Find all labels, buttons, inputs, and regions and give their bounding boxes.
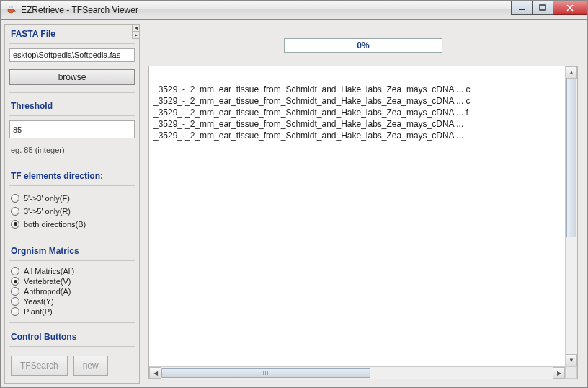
sidebar: ◂ ▸ FASTA File esktop\Softpedia\Softpedi… (4, 24, 140, 384)
radio-icon (11, 297, 19, 306)
divider (9, 260, 135, 261)
organism-option-vertebrate[interactable]: Vertebrate(V) (11, 276, 133, 286)
result-line: _3529_-_2_mm_ear_tissue_from_Schmidt_and… (153, 107, 561, 118)
divider (9, 322, 135, 323)
divider (9, 346, 135, 347)
scroll-right-icon[interactable]: ▶ (553, 367, 565, 379)
result-line: _3529_-_2_mm_ear_tissue_from_Schmidt_and… (153, 130, 561, 141)
scroll-track[interactable] (161, 367, 553, 379)
scroll-track[interactable] (566, 79, 577, 354)
scroll-corner (565, 366, 577, 379)
divider (9, 162, 135, 162)
main-panel: 0% _3529_-_2_mm_ear_tissue_from_Schmidt_… (144, 24, 584, 384)
window-body: ◂ ▸ FASTA File esktop\Softpedia\Softpedi… (0, 20, 588, 388)
direction-section-title: TF elements direction: (5, 167, 139, 184)
horizontal-scrollbar[interactable]: ◀ ▶ (149, 366, 565, 379)
scroll-down-icon[interactable]: ▼ (566, 354, 577, 366)
radio-label: Yeast(Y) (24, 297, 54, 306)
organism-option-plant[interactable]: Plant(P) (11, 307, 133, 317)
fasta-path-input[interactable]: esktop\Softpedia\Softpedia.fas (9, 48, 135, 62)
organism-section-title: Orgnism Matrics (5, 242, 139, 259)
divider (9, 92, 135, 93)
result-line: _3529_-_2_mm_ear_tissue_from_Schmidt_and… (153, 84, 561, 95)
results-text[interactable]: _3529_-_2_mm_ear_tissue_from_Schmidt_and… (149, 66, 565, 366)
scroll-thumb[interactable] (566, 79, 576, 237)
divider (9, 43, 135, 44)
radio-icon (11, 207, 19, 216)
close-button[interactable] (553, 1, 587, 15)
direction-option-b[interactable]: both directions(B) (11, 218, 133, 231)
threshold-hint: eg. 85 (integer) (5, 141, 139, 160)
svg-rect-1 (540, 5, 545, 10)
svg-rect-0 (519, 9, 525, 10)
organism-group: All Matrics(All) Vertebrate(V) Anthropod… (5, 265, 139, 321)
radio-label: 5'->3' only(F) (24, 194, 70, 203)
maximize-button[interactable] (532, 1, 553, 15)
minimize-button[interactable] (511, 1, 533, 15)
radio-label: Vertebrate(V) (24, 277, 71, 286)
divider (9, 237, 135, 237)
title-bar: EZRetrieve - TFSearch Viewer (0, 0, 588, 20)
window-buttons (512, 1, 587, 15)
new-button[interactable]: new (74, 356, 108, 376)
scroll-thumb[interactable] (161, 368, 370, 378)
result-line: _3529_-_2_mm_ear_tissue_from_Schmidt_and… (153, 95, 561, 107)
divider (9, 185, 135, 186)
window-title: EZRetrieve - TFSearch Viewer (21, 5, 138, 15)
scroll-up-icon[interactable]: ▲ (566, 66, 577, 79)
java-cup-icon (5, 4, 17, 16)
vertical-scrollbar[interactable]: ▲ ▼ (565, 66, 577, 366)
result-line: _3529_-_2_mm_ear_tissue_from_Schmidt_and… (153, 118, 561, 130)
scroll-left-icon[interactable]: ◀ (149, 367, 161, 379)
results-viewer: _3529_-_2_mm_ear_tissue_from_Schmidt_and… (148, 66, 578, 379)
divider (9, 115, 135, 116)
radio-icon (11, 287, 19, 296)
radio-icon (11, 220, 19, 229)
radio-icon (11, 194, 19, 203)
radio-label: 3'->5' only(R) (24, 207, 71, 216)
progress-bar: 0% (284, 38, 442, 53)
sidebar-collapse-left-icon[interactable]: ◂ (132, 25, 139, 32)
sidebar-collapse-right-icon[interactable]: ▸ (132, 32, 139, 39)
radio-label: Plant(P) (24, 307, 53, 316)
organism-option-yeast[interactable]: Yeast(Y) (11, 296, 133, 307)
radio-label: Anthropod(A) (24, 287, 71, 296)
tfsearch-button[interactable]: TFSearch (11, 356, 68, 376)
controls-section-title: Control Buttons (5, 327, 139, 345)
browse-button[interactable]: browse (9, 69, 135, 85)
fasta-section-title: FASTA File (5, 25, 139, 42)
direction-option-f[interactable]: 5'->3' only(F) (11, 192, 133, 205)
direction-option-r[interactable]: 3'->5' only(R) (11, 205, 133, 218)
direction-group: 5'->3' only(F) 3'->5' only(R) both direc… (5, 190, 139, 235)
radio-label: both directions(B) (24, 220, 86, 229)
radio-icon (11, 277, 19, 286)
threshold-section-title: Threshold (5, 97, 139, 114)
threshold-input[interactable]: 85 (9, 120, 135, 138)
radio-icon (11, 267, 19, 275)
radio-icon (11, 307, 19, 316)
organism-option-all[interactable]: All Matrics(All) (11, 266, 133, 276)
organism-option-anthropod[interactable]: Anthropod(A) (11, 286, 133, 296)
radio-label: All Matrics(All) (24, 267, 74, 275)
